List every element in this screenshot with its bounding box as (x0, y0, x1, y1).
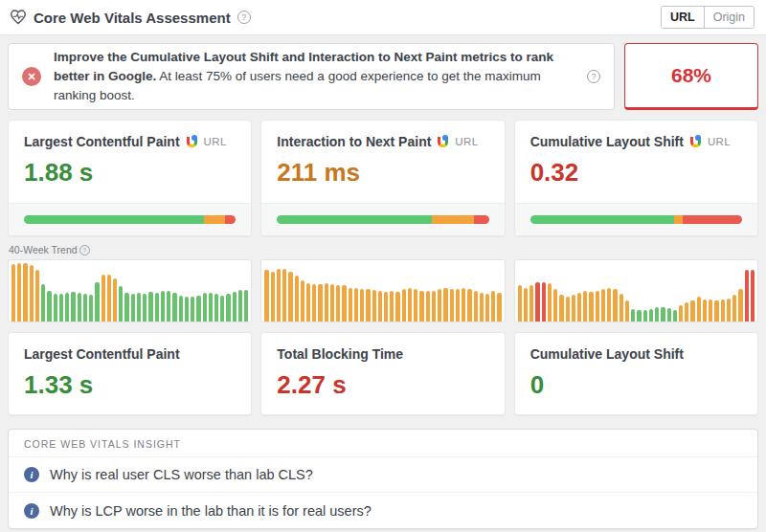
toggle-url-button[interactable]: URL (662, 7, 705, 28)
trend-bar (485, 294, 489, 321)
trend-bar (11, 264, 15, 321)
trend-bar (119, 286, 123, 321)
trend-bar (282, 269, 286, 321)
trend-bar (330, 284, 334, 321)
metric-card-cls-field: Cumulative Layout Shift URL 0.32 (514, 120, 758, 236)
trend-bar (497, 293, 501, 322)
trend-bar (325, 283, 328, 321)
help-icon[interactable]: ? (237, 11, 251, 24)
assessment-alert: ✕ Improve the Cumulative Layout Shift an… (8, 43, 615, 110)
trend-bar (203, 293, 207, 321)
trend-bar (745, 270, 749, 321)
trend-bar (577, 293, 581, 321)
trend-charts-row (8, 259, 758, 322)
trend-bar (395, 292, 399, 321)
metric-title: Largest Contentful Paint (24, 134, 180, 149)
trend-bar (529, 285, 533, 321)
alert-row: ✕ Improve the Cumulative Layout Shift an… (8, 43, 758, 110)
trend-bar (589, 292, 593, 321)
trend-bar (649, 309, 653, 321)
trend-bar (35, 270, 39, 321)
trend-bar (631, 309, 635, 321)
trend-bar (226, 294, 230, 321)
metric-card-lcp-lab: Largest Contentful Paint 1.33 s (8, 332, 252, 415)
trend-bar (467, 289, 471, 321)
trend-bar (703, 299, 707, 321)
metric-card-lcp-field: Largest Contentful Paint URL 1.88 s (8, 120, 252, 236)
trend-bar (185, 297, 189, 321)
trend-bar (301, 280, 304, 321)
trend-bar (78, 293, 81, 321)
content: ✕ Improve the Cumulative Layout Shift an… (0, 35, 766, 532)
metric-title: Total Blocking Time (277, 346, 403, 362)
insight-item-cls[interactable]: i Why is real user CLS worse than lab CL… (9, 457, 757, 493)
metric-title: Cumulative Layout Shift (530, 346, 684, 362)
help-icon[interactable]: ? (587, 70, 600, 83)
trend-bar (179, 296, 183, 321)
trend-bar (553, 289, 557, 321)
info-icon: i (24, 467, 39, 482)
trend-bar (191, 297, 194, 321)
trend-bar (596, 291, 599, 321)
trend-bar (366, 289, 370, 321)
trend-bar (277, 269, 281, 321)
trend-bar (83, 294, 87, 321)
trend-bar (697, 297, 701, 321)
trend-bar (450, 289, 454, 321)
metric-value: 1.33 s (24, 370, 236, 400)
distribution-bar (530, 215, 742, 224)
insight-question: Why is LCP worse in the lab than it is f… (50, 503, 372, 519)
distribution-bar (277, 215, 488, 224)
metric-title: Largest Contentful Paint (24, 346, 180, 362)
trend-bar (318, 284, 322, 321)
dist-segment-good (277, 215, 432, 224)
trend-bar (107, 275, 111, 321)
trend-bar (721, 299, 725, 321)
dist-segment-good (24, 215, 204, 224)
insight-question: Why is real user CLS worse than lab CLS? (50, 467, 313, 482)
trend-bar (71, 292, 75, 321)
alert-text: Improve the Cumulative Layout Shift and … (54, 48, 574, 106)
trend-bar (167, 291, 170, 321)
toggle-origin-button[interactable]: Origin (705, 7, 754, 28)
dist-segment-needs_improvement (432, 215, 474, 224)
info-icon: i (24, 503, 39, 519)
trend-bar (124, 293, 128, 322)
trend-bar (148, 292, 152, 321)
trend-bar (548, 283, 552, 321)
trend-bar (727, 299, 731, 321)
trend-bar (667, 308, 671, 321)
trend-bar (264, 270, 268, 321)
source-label: URL (708, 136, 731, 147)
trend-bar (607, 288, 611, 321)
metric-card-inp-field: Interaction to Next Paint URL 211 ms (260, 120, 505, 236)
insights-header: CORE WEB VITALS INSIGHT (9, 430, 757, 457)
trend-bar (690, 300, 694, 321)
trend-bar (378, 291, 382, 321)
trend-bar (426, 291, 430, 321)
insights-panel: CORE WEB VITALS INSIGHT i Why is real us… (8, 429, 758, 529)
trend-chart-tbt (260, 259, 505, 322)
trend-bar (655, 307, 659, 321)
trend-bar (685, 302, 688, 321)
dist-segment-needs_improvement (204, 215, 225, 224)
help-icon[interactable]: ? (79, 245, 90, 255)
trend-bar (30, 265, 34, 321)
metric-card-tbt-lab: Total Blocking Time 2.27 s (260, 332, 505, 415)
page-title: Core Web Vitals Assessment (34, 10, 231, 26)
chrome-crux-icon (690, 137, 701, 147)
trend-bar (679, 305, 683, 321)
trend-bar (65, 293, 69, 321)
trend-bar (601, 289, 605, 321)
metric-value: 2.27 s (277, 370, 488, 400)
trend-bar (41, 284, 45, 321)
trend-bar (372, 290, 376, 321)
metric-value: 0 (530, 370, 742, 400)
trend-bar (306, 283, 310, 321)
trend-bar (233, 292, 237, 321)
score-box: 68% (624, 43, 758, 110)
source-label: URL (455, 136, 478, 147)
trend-bar (101, 275, 105, 321)
top-bar: Core Web Vitals Assessment ? URL Origin (0, 0, 766, 35)
insight-item-lcp[interactable]: i Why is LCP worse in the lab than it is… (9, 493, 757, 528)
